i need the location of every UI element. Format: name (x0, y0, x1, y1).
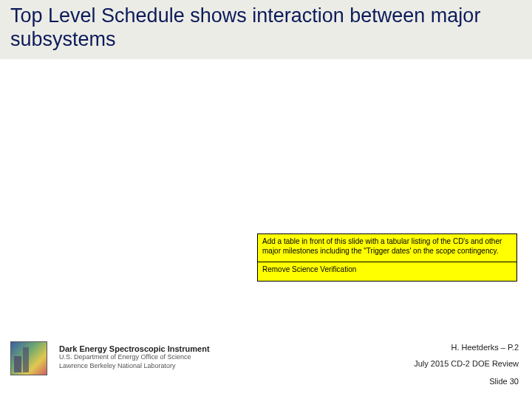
reviewer-note-2: Remove Science Verification (258, 262, 516, 281)
review-label: July 2015 CD-2 DOE Review (414, 359, 519, 368)
reviewer-note-1: Add a table in front of this slide with … (258, 234, 516, 262)
page-title: Top Level Schedule shows interaction bet… (10, 4, 513, 52)
desi-logo-icon (10, 341, 47, 375)
instrument-subtitle-2: Lawrence Berkeley National Laboratory (59, 362, 325, 371)
reviewer-note-box: Add a table in front of this slide with … (257, 233, 517, 282)
title-band: Top Level Schedule shows interaction bet… (0, 0, 532, 59)
instrument-subtitle-1: U.S. Department of Energy Office of Scie… (59, 353, 325, 362)
slide-number: Slide 30 (489, 377, 519, 386)
institution-block: Dark Energy Spectroscopic Instrument U.S… (59, 344, 325, 370)
instrument-title: Dark Energy Spectroscopic Instrument (59, 344, 325, 353)
author-label: H. Heetderks – P.2 (451, 343, 519, 352)
